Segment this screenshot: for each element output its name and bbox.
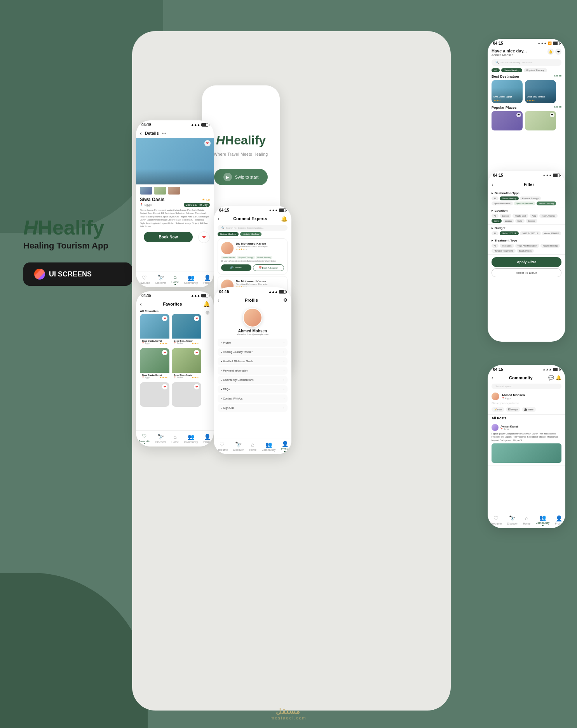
back-btn-community[interactable]: ‹ bbox=[492, 375, 493, 381]
place-card-1[interactable]: ❤ bbox=[492, 111, 523, 130]
menu-item-signout[interactable]: ▸ Sign Out › bbox=[218, 404, 288, 412]
experts-search[interactable]: 🔍 Search For Experts, Specialization... bbox=[218, 225, 288, 231]
thumb-2[interactable] bbox=[154, 187, 166, 195]
chip-holistic-experts[interactable]: Holistic Healing bbox=[240, 232, 261, 236]
nav-fav-profile[interactable]: ♡Favourite bbox=[216, 441, 228, 451]
menu-item-payment[interactable]: ▸ Payment Information › bbox=[218, 367, 288, 375]
connect-btn-1[interactable]: 🔗 Connect bbox=[221, 264, 251, 271]
detail-heart-btn[interactable]: ❤ bbox=[204, 140, 211, 146]
chip-jordan[interactable]: Jordan bbox=[503, 219, 514, 223]
chip-physical-filter[interactable]: Physical Therapy bbox=[520, 196, 541, 200]
nav-fav-community[interactable]: ♡Favourite bbox=[490, 515, 502, 525]
nav-prof-community[interactable]: 👤Profile bbox=[555, 515, 563, 525]
chat-icon-community[interactable]: 💬 bbox=[548, 375, 554, 381]
chip-middle-east[interactable]: Middle East bbox=[513, 214, 528, 218]
chip-spa-filter[interactable]: Spa & Relaxation bbox=[492, 202, 513, 205]
nav-comm-details[interactable]: 👥Community bbox=[184, 275, 198, 284]
chip-all[interactable]: All bbox=[492, 68, 500, 72]
bookmark-icon[interactable]: ❤ bbox=[555, 49, 561, 55]
nav-comm-active[interactable]: 👥Community bbox=[536, 514, 549, 526]
nav-disc-profile[interactable]: 🔭Discover bbox=[233, 441, 244, 451]
dest-card-1[interactable]: Siwa Oasis, Egypt ★★★★☆ bbox=[492, 80, 523, 103]
bell-icon-community[interactable]: 🔔 bbox=[556, 375, 561, 381]
bell-icon[interactable]: 🔔 bbox=[547, 49, 554, 55]
nav-home-fav[interactable]: ⌂Home bbox=[171, 434, 179, 443]
menu-item-community[interactable]: ▸ Community Contributions › bbox=[218, 376, 288, 384]
fav-heart-2[interactable]: ❤ bbox=[194, 316, 199, 321]
fav-card-5[interactable]: ❤ bbox=[140, 382, 169, 407]
fav-heart-5[interactable]: ❤ bbox=[162, 384, 167, 389]
back-btn-experts[interactable]: ‹ bbox=[218, 215, 220, 222]
chip-phys-treat[interactable]: Physical Treatments bbox=[492, 249, 516, 253]
place-card-2[interactable]: ❤ bbox=[525, 111, 556, 130]
fav-card-1[interactable]: ❤ Siwa Oasis, Egypt 📍 Egypt ★★★★★ bbox=[140, 314, 169, 346]
book-now-btn[interactable]: Book Now bbox=[144, 232, 193, 242]
nav-disc-details[interactable]: 🔭Discover bbox=[155, 275, 166, 284]
chip-north-am[interactable]: North America bbox=[539, 214, 558, 218]
menu-item-contact[interactable]: ▸ Contact With Us › bbox=[218, 394, 288, 403]
post-input-placeholder[interactable]: Share your experience... bbox=[492, 402, 561, 405]
fav-card-3[interactable]: ❤ Siwa Oasis, Egypt 📍 Egypt ★★★★★ bbox=[140, 348, 169, 380]
see-all-dest[interactable]: See all bbox=[554, 75, 561, 78]
chip-nature-experts[interactable]: Nature Healing bbox=[218, 232, 239, 236]
chip-nature[interactable]: Nature Healing bbox=[501, 68, 522, 72]
chip-asia[interactable]: Asia bbox=[530, 214, 539, 218]
chip-above-7000[interactable]: Above 7000 LE bbox=[542, 231, 561, 235]
fav-card-4[interactable]: ❤ Dead Sea, Jordan 📍 Jordan ★★★★☆ bbox=[172, 348, 201, 380]
filter-icon-favorites[interactable]: ⊕ bbox=[205, 309, 210, 316]
swipe-button[interactable]: ▶ Swip to start bbox=[214, 169, 268, 185]
nav-fav-active[interactable]: ♡Favourite bbox=[139, 433, 150, 444]
fav-heart-6[interactable]: ❤ bbox=[194, 384, 199, 389]
back-btn-filter[interactable]: ‹ bbox=[492, 181, 493, 188]
back-btn-details[interactable]: ‹ bbox=[140, 130, 142, 136]
settings-icon-profile[interactable]: ⚙ bbox=[283, 297, 288, 303]
nav-home-community[interactable]: ⌂Home bbox=[523, 515, 530, 525]
chip-all-treat[interactable]: All bbox=[492, 244, 499, 248]
fav-heart-3[interactable]: ❤ bbox=[162, 350, 167, 355]
chip-india[interactable]: India bbox=[515, 219, 525, 223]
dest-card-2[interactable]: Dead Sea, Jordan ★★★★★ bbox=[525, 80, 556, 103]
chip-all-loc[interactable]: All bbox=[492, 214, 499, 218]
fav-card-2[interactable]: ❤ Dead Sea, Jordan 📍 Jordan ★★★★☆ bbox=[172, 314, 201, 346]
nav-fav-details[interactable]: ♡Favourite bbox=[139, 275, 150, 284]
nav-comm-fav[interactable]: 👥Community bbox=[184, 434, 198, 443]
menu-item-faq[interactable]: ▸ FAQs › bbox=[218, 385, 288, 393]
chip-holistic-filter[interactable]: Holistic Healing bbox=[537, 202, 556, 205]
back-btn-profile[interactable]: ‹ bbox=[218, 297, 220, 303]
back-btn-favorites[interactable]: ‹ bbox=[140, 301, 142, 307]
ui-screens-button[interactable]: UI SCREENS bbox=[23, 262, 132, 286]
nav-comm-profile[interactable]: 👥Community bbox=[262, 441, 275, 451]
see-all-places[interactable]: See all bbox=[554, 106, 561, 109]
image-btn[interactable]: 🖼 Image bbox=[506, 407, 520, 412]
chip-all-budget[interactable]: All bbox=[492, 231, 499, 235]
nav-home-profile[interactable]: ⌂Home bbox=[249, 441, 256, 451]
chip-physical[interactable]: Physical Therapy bbox=[524, 68, 547, 72]
nav-disc-fav[interactable]: 🔭Discover bbox=[155, 434, 166, 443]
chip-under-1000[interactable]: Under 1000 LE bbox=[500, 231, 519, 235]
apply-filter-btn[interactable]: Apply Filter bbox=[492, 257, 561, 267]
bell-icon-favorites[interactable]: 🔔 bbox=[203, 301, 210, 307]
nav-prof-details[interactable]: 👤Profile bbox=[203, 275, 211, 284]
menu-item-wellness[interactable]: ▸ Health & Wellness Goals › bbox=[218, 357, 288, 365]
fav-card-6[interactable]: ❤ bbox=[172, 382, 201, 407]
wishlist-btn[interactable]: ❤ bbox=[198, 231, 210, 243]
community-search[interactable]: Search keyword bbox=[492, 384, 561, 389]
chip-1000-7000[interactable]: 1000 To 7000 LE bbox=[520, 231, 541, 235]
chip-egypt[interactable]: Egypt bbox=[492, 219, 502, 223]
home-search-bar[interactable]: 🔍 Search For healing Destination... bbox=[492, 59, 561, 66]
reset-filter-btn[interactable]: Reset To Defult bbox=[492, 268, 561, 277]
chip-yoga[interactable]: Yoga And Meditation bbox=[515, 244, 539, 248]
fav-heart-4[interactable]: ❤ bbox=[194, 350, 199, 355]
thumb-1[interactable] bbox=[140, 187, 152, 195]
bell-icon-experts[interactable]: 🔔 bbox=[281, 215, 288, 222]
chip-spa-serv[interactable]: Spa Services bbox=[517, 249, 534, 253]
video-btn[interactable]: 🎥 Video bbox=[522, 407, 536, 412]
chip-europe[interactable]: Europe bbox=[500, 214, 511, 218]
nav-home-details[interactable]: ⌂Home bbox=[171, 274, 179, 285]
chip-all-filter[interactable]: All bbox=[492, 196, 499, 200]
menu-item-journey[interactable]: ▸ Healing Journey Tracker › bbox=[218, 348, 288, 356]
chip-spiritual-filter[interactable]: Spiritual Wellness bbox=[514, 202, 536, 205]
chip-nature-filter[interactable]: Nature Healing bbox=[500, 196, 519, 200]
nav-disc-community[interactable]: 🔭Discover bbox=[507, 515, 518, 525]
nav-prof-fav[interactable]: 👤Profile bbox=[203, 434, 211, 443]
